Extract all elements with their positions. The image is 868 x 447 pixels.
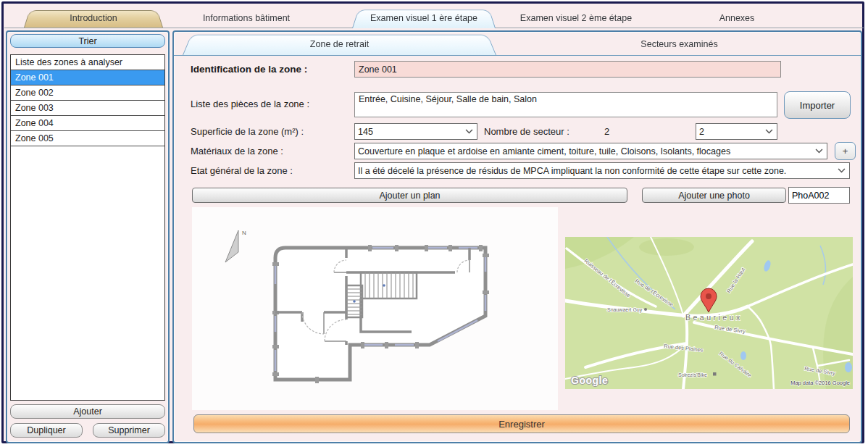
tab-introduction-label[interactable]: Introduction <box>24 9 163 28</box>
floor-plan: N <box>192 207 558 410</box>
delete-zone-button[interactable]: Supprimer <box>93 423 165 438</box>
compass-north-label: N <box>242 230 246 236</box>
tab-annexes[interactable]: Annexes <box>672 9 802 28</box>
compass-icon <box>225 230 238 262</box>
list-item-zone-001[interactable]: Zone 001 <box>11 70 164 85</box>
tab-examen-visuel-2[interactable]: Examen visuel 2 ème étape <box>504 9 648 28</box>
secteur-label: Nombre de secteur : <box>484 126 569 137</box>
materiaux-label: Matériaux de la zone : <box>191 146 283 156</box>
etat-label: Etat général de la zone : <box>191 165 293 176</box>
map-poi-dot <box>644 308 647 311</box>
materiaux-select[interactable]: Couverture en plaque et ardoise en amian… <box>354 143 827 159</box>
identification-input[interactable]: Zone 001 <box>354 61 781 78</box>
pieces-textarea[interactable]: Entrée, Cuisine, Séjour, Salle de bain, … <box>354 92 777 117</box>
list-item-zone-002[interactable]: Zone 002 <box>11 85 164 101</box>
outer-walls <box>275 248 485 380</box>
chevron-down-icon <box>815 149 823 154</box>
import-button[interactable]: Importer <box>784 91 851 119</box>
secteur-select[interactable]: 2 <box>696 123 777 140</box>
list-item-zone-005[interactable]: Zone 005 <box>11 131 164 146</box>
map-poi-dot-2 <box>713 372 717 376</box>
map-label-snauwaert: Snauwaert Guy <box>607 307 643 313</box>
save-button[interactable]: Enregistrer <box>193 414 850 433</box>
zones-list-header: Liste des zones à analyser <box>11 55 164 70</box>
application-window: Introduction Informations bâtiment Exame… <box>0 0 868 447</box>
map-place-label: Beaurieux <box>685 313 743 322</box>
secteur-select-value: 2 <box>696 127 765 137</box>
secteur-count: 2 <box>604 126 609 137</box>
subtab-zone-de-retrait-label[interactable]: Zone de retrait <box>183 33 496 55</box>
chevron-down-icon <box>765 129 773 134</box>
location-map[interactable]: Ruisseau de l'Écrevisse Rue de l'Écrevis… <box>565 237 853 389</box>
subtab-divider <box>174 55 861 56</box>
floor-plan-panel: N <box>192 207 558 410</box>
tab-examen-visuel-1-label[interactable]: Examen visuel 1 ère étape <box>352 8 496 28</box>
tab-informations-batiment[interactable]: Informations bâtiment <box>174 9 319 28</box>
chevron-down-icon <box>465 129 473 134</box>
photo-ref-input[interactable] <box>788 187 850 204</box>
superficie-label: Superficie de la zone (m²) : <box>191 126 304 137</box>
map-canvas: Ruisseau de l'Écrevisse Rue de l'Écrevis… <box>565 237 853 389</box>
list-item-zone-003[interactable]: Zone 003 <box>11 101 164 116</box>
add-plan-button[interactable]: Ajouter un plan <box>192 188 627 203</box>
superficie-value: 145 <box>355 127 465 137</box>
add-zone-button[interactable]: Ajouter <box>10 404 165 419</box>
pieces-label: Liste des pièces de la zone : <box>191 99 309 109</box>
add-material-button[interactable]: + <box>835 142 856 160</box>
duplicate-zone-button[interactable]: Dupliquer <box>10 423 83 438</box>
sort-button[interactable]: Trier <box>10 34 165 48</box>
subtab-secteurs-examines[interactable]: Secteurs examinés <box>500 35 859 53</box>
etat-select[interactable]: Il a été décelé la présence de résidus d… <box>354 162 850 179</box>
chevron-down-icon <box>838 168 846 173</box>
identification-label: Identification de la zone : <box>191 64 307 75</box>
materiaux-value: Couverture en plaque et ardoise en amian… <box>355 146 815 156</box>
superficie-select[interactable]: 145 <box>354 123 477 140</box>
etat-value: Il a été décelé la présence de résidus d… <box>355 166 838 176</box>
map-attribution: Map data ©2016 Google <box>790 380 850 386</box>
map-label-solrezis: Solrezis'Bike <box>678 372 707 377</box>
zones-listbox[interactable]: Liste des zones à analyser Zone 001 Zone… <box>10 54 165 401</box>
add-photo-button[interactable]: Ajouter une photo <box>642 188 786 203</box>
google-logo: Google <box>571 375 608 386</box>
list-item-zone-004[interactable]: Zone 004 <box>11 116 164 131</box>
